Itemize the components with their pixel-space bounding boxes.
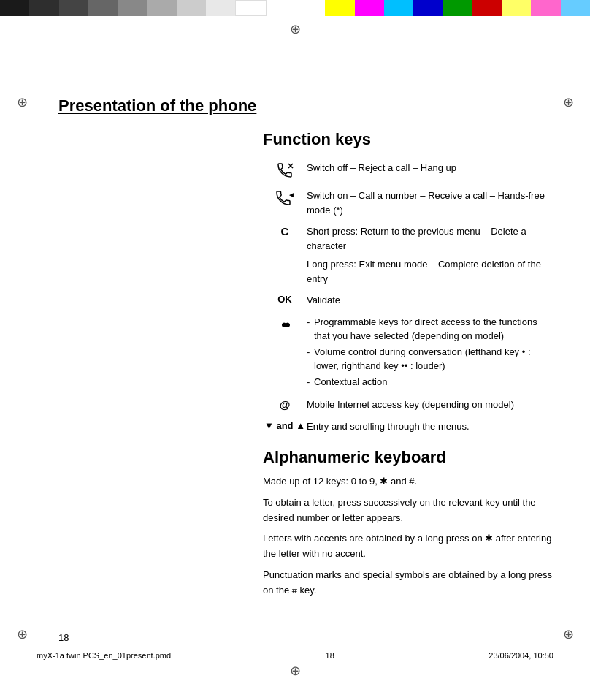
color-bar-top (0, 0, 590, 16)
swatch-lightgray2 (177, 0, 206, 16)
swatch-gray2 (118, 0, 147, 16)
alpha-para-2: To obtain a letter, press successively o… (263, 495, 553, 526)
dots-description: Programmable keys for direct access to t… (307, 315, 553, 391)
footer-divider (58, 647, 532, 647)
swatch-blue (413, 0, 442, 16)
alpha-para-3: Letters with accents are obtained by a l… (263, 531, 553, 562)
footer-info: myX-1a twin PCS_en_01present.pmd 18 23/0… (37, 651, 553, 660)
main-content: Function keys Switch off – Reject a call… (58, 130, 553, 604)
page-number: 18 (58, 632, 553, 643)
swatch-cyan (384, 0, 413, 16)
left-column (58, 130, 263, 604)
swatch-magenta (355, 0, 384, 16)
green-phone-description: Switch on – Call a number – Receive a ca… (307, 189, 553, 217)
key-row-arrows: ▼ and ▲ Entry and scrolling through the … (263, 419, 553, 434)
green-phone-icon: ◄ (275, 189, 295, 207)
alphanumeric-section: Alphanumeric keyboard Made up of 12 keys… (263, 448, 553, 598)
swatch-lightblue (561, 0, 590, 16)
at-symbol: @ (263, 397, 307, 411)
red-phone-symbol (263, 161, 307, 181)
key-row-dots: •• Programmable keys for direct access t… (263, 315, 553, 391)
dots-list-item-1: Programmable keys for direct access to t… (307, 315, 553, 343)
key-row-green-phone: ◄ Switch on – Call a number – Receive a … (263, 189, 553, 217)
green-phone-symbol: ◄ (263, 189, 307, 209)
swatch-green (442, 0, 472, 16)
key-row-c: C Short press: Return to the previous me… (263, 224, 553, 286)
arrows-description: Entry and scrolling through the menus. (307, 419, 553, 434)
svg-text:◄: ◄ (288, 191, 295, 199)
swatch-gray1 (88, 0, 118, 16)
at-description: Mobile Internet access key (depending on… (307, 397, 553, 412)
swatch-yellow (325, 0, 354, 16)
c-symbol: C (263, 224, 307, 237)
dots-list-item-3: Contextual action (307, 375, 553, 389)
footer-right: 23/06/2004, 10:50 (489, 651, 553, 660)
dots-list-item-2: Volume control during conversation (left… (307, 345, 553, 373)
ok-description: Validate (307, 293, 553, 308)
ok-symbol: OK (263, 293, 307, 305)
swatch-lightpink (531, 0, 560, 16)
c-description: Short press: Return to the previous menu… (307, 224, 553, 286)
swatch-lightyellow (502, 0, 531, 16)
footer-center: 18 (326, 651, 334, 660)
key-row-ok: OK Validate (263, 293, 553, 308)
swatch-darkgray2 (59, 0, 88, 16)
function-keys-heading: Function keys (263, 130, 553, 149)
footer-left: myX-1a twin PCS_en_01present.pmd (37, 651, 171, 660)
reg-mark-bottom (288, 663, 302, 678)
right-column: Function keys Switch off – Reject a call… (263, 130, 553, 604)
arrows-symbol: ▼ and ▲ (263, 419, 307, 431)
red-phone-description: Switch off – Reject a call – Hang up (307, 161, 553, 175)
red-phone-icon (276, 161, 294, 179)
alpha-para-4: Punctuation marks and special symbols ar… (263, 568, 553, 598)
footer: 18 myX-1a twin PCS_en_01present.pmd 18 2… (0, 632, 590, 660)
swatch-black (0, 0, 29, 16)
dots-list: Programmable keys for direct access to t… (307, 315, 553, 389)
swatch-white (235, 0, 266, 16)
swatch-verylightgray (206, 0, 235, 16)
alpha-para-1: Made up of 12 keys: 0 to 9, ✱ and #. (263, 474, 553, 490)
page-title: Presentation of the phone (58, 96, 553, 115)
swatch-red (472, 0, 502, 16)
dots-symbol-container: •• (263, 315, 307, 335)
page-content: Presentation of the phone Function keys … (0, 16, 590, 619)
swatch-lightgray1 (147, 0, 176, 16)
swatch-darkgray1 (29, 0, 58, 16)
alpha-heading: Alphanumeric keyboard (263, 448, 553, 467)
key-row-red-phone: Switch off – Reject a call – Hang up (263, 161, 553, 181)
key-row-at: @ Mobile Internet access key (depending … (263, 397, 553, 412)
